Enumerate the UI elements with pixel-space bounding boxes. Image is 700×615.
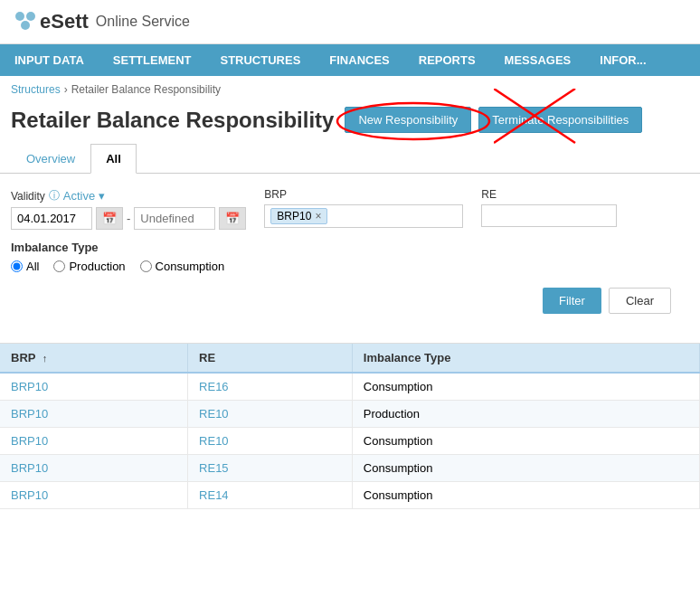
page-title-area: Retailer Balance Responsibility New Resp…	[0, 103, 700, 144]
brp-link[interactable]: BRP10	[11, 407, 48, 421]
results-table: BRP ↑ RE Imbalance Type BRP10 RE16 Consu…	[0, 344, 700, 509]
tab-all[interactable]: All	[90, 144, 137, 174]
cell-re: RE16	[188, 373, 353, 401]
brp-link[interactable]: BRP10	[11, 461, 48, 475]
radio-all-label: All	[26, 260, 39, 273]
brp-label: BRP	[264, 188, 463, 201]
svg-point-2	[21, 21, 30, 30]
cell-re: RE14	[188, 482, 353, 509]
radio-consumption-input[interactable]	[140, 260, 152, 272]
logo-icon	[11, 7, 40, 36]
imbalance-radio-group: All Production Consumption	[11, 260, 689, 273]
header: eSett Online Service	[0, 0, 700, 44]
filter-row-1: Validity ⓘ Active ▾ 📅 - 📅 BRP BRP10	[11, 188, 689, 230]
brp-tag-remove[interactable]: ×	[315, 210, 321, 222]
re-input[interactable]	[481, 204, 617, 227]
validity-group: Validity ⓘ Active ▾ 📅 - 📅	[11, 188, 246, 230]
svg-point-1	[26, 12, 35, 21]
cell-brp: BRP10	[0, 428, 188, 455]
filter-panel: Validity ⓘ Active ▾ 📅 - 📅 BRP BRP10	[0, 174, 700, 328]
breadcrumb-parent[interactable]: Structures	[11, 83, 61, 96]
logo-text: eSett	[40, 10, 89, 33]
table-header-row: BRP ↑ RE Imbalance Type	[0, 344, 700, 373]
breadcrumb: Structures › Retailer Balance Responsibi…	[0, 76, 700, 103]
active-chevron: ▾	[99, 189, 105, 203]
re-link[interactable]: RE16	[199, 380, 229, 393]
imbalance-label: Imbalance Type	[11, 241, 689, 254]
nav-messages[interactable]: MESSAGES	[490, 44, 586, 76]
nav-infor[interactable]: INFOR...	[585, 44, 660, 76]
table-row: BRP10 RE10 Production	[0, 401, 700, 428]
svg-point-0	[15, 12, 24, 21]
brp-input[interactable]: BRP10 ×	[264, 204, 463, 228]
clear-button[interactable]: Clear	[609, 288, 671, 314]
re-label: RE	[481, 188, 617, 201]
re-link[interactable]: RE10	[199, 407, 229, 421]
cell-brp: BRP10	[0, 401, 188, 428]
date-range: 📅 - 📅	[11, 207, 246, 230]
nav-reports[interactable]: REPORTS	[404, 44, 490, 76]
new-responsibility-button[interactable]: New Responsibility	[345, 107, 471, 133]
date-from-input[interactable]	[11, 207, 92, 230]
validity-label: Validity ⓘ Active ▾	[11, 188, 246, 203]
filter-action-row: Filter Clear	[11, 288, 671, 314]
tabs: Overview All	[0, 144, 700, 174]
sort-icon-brp: ↑	[43, 353, 48, 364]
radio-production-input[interactable]	[53, 260, 65, 272]
info-icon: ⓘ	[49, 188, 60, 203]
action-buttons: New Responsibility Terminate Responsibil…	[345, 107, 642, 133]
terminate-responsibilities-button[interactable]: Terminate Responsibilities	[478, 107, 642, 133]
nav-bar: INPUT DATA SETTLEMENT STRUCTURES FINANCE…	[0, 44, 700, 76]
cell-imbalance: Consumption	[352, 428, 699, 455]
table-body: BRP10 RE16 Consumption BRP10 RE10 Produc…	[0, 373, 700, 509]
cell-imbalance: Production	[352, 401, 699, 428]
radio-consumption-label: Consumption	[156, 260, 225, 273]
table-header: BRP ↑ RE Imbalance Type	[0, 344, 700, 373]
date-dash: -	[127, 212, 130, 225]
breadcrumb-separator: ›	[64, 83, 68, 96]
brp-link[interactable]: BRP10	[11, 380, 48, 393]
table-row: BRP10 RE10 Consumption	[0, 428, 700, 455]
radio-all[interactable]: All	[11, 260, 39, 273]
logo: eSett Online Service	[11, 7, 190, 36]
col-re[interactable]: RE	[188, 344, 353, 373]
page-title: Retailer Balance Responsibility	[11, 108, 334, 133]
cell-brp: BRP10	[0, 373, 188, 401]
radio-production[interactable]: Production	[53, 260, 125, 273]
cell-imbalance: Consumption	[352, 373, 699, 401]
re-link[interactable]: RE10	[199, 434, 229, 448]
tab-overview[interactable]: Overview	[11, 144, 90, 174]
date-to-input[interactable]	[134, 207, 215, 230]
brp-link[interactable]: BRP10	[11, 488, 48, 502]
calendar-from-icon[interactable]: 📅	[96, 207, 123, 230]
table-row: BRP10 RE16 Consumption	[0, 373, 700, 401]
brp-tag-label: BRP10	[277, 210, 311, 222]
calendar-to-icon[interactable]: 📅	[219, 207, 246, 230]
radio-consumption[interactable]: Consumption	[140, 260, 225, 273]
brp-group: BRP BRP10 ×	[264, 188, 463, 228]
cell-brp: BRP10	[0, 455, 188, 482]
nav-finances[interactable]: FINANCES	[315, 44, 403, 76]
filter-button[interactable]: Filter	[543, 288, 601, 314]
table-row: BRP10 RE15 Consumption	[0, 455, 700, 482]
cell-imbalance: Consumption	[352, 482, 699, 509]
brp-link[interactable]: BRP10	[11, 434, 48, 448]
cell-re: RE10	[188, 401, 353, 428]
active-dropdown[interactable]: Active ▾	[63, 189, 105, 203]
nav-settlement[interactable]: SETTLEMENT	[99, 44, 206, 76]
re-link[interactable]: RE14	[199, 488, 229, 502]
nav-structures[interactable]: STRUCTURES	[205, 44, 315, 76]
logo-subtitle: Online Service	[96, 14, 190, 30]
col-brp[interactable]: BRP ↑	[0, 344, 188, 373]
cell-re: RE15	[188, 455, 353, 482]
col-imbalance[interactable]: Imbalance Type	[352, 344, 699, 373]
results-table-container: BRP ↑ RE Imbalance Type BRP10 RE16 Consu…	[0, 343, 700, 509]
cell-brp: BRP10	[0, 482, 188, 509]
breadcrumb-current: Retailer Balance Responsibility	[71, 83, 221, 96]
table-row: BRP10 RE14 Consumption	[0, 482, 700, 509]
re-group: RE	[481, 188, 617, 227]
re-link[interactable]: RE15	[199, 461, 229, 475]
nav-input-data[interactable]: INPUT DATA	[0, 44, 99, 76]
cell-re: RE10	[188, 428, 353, 455]
radio-all-input[interactable]	[11, 260, 23, 272]
